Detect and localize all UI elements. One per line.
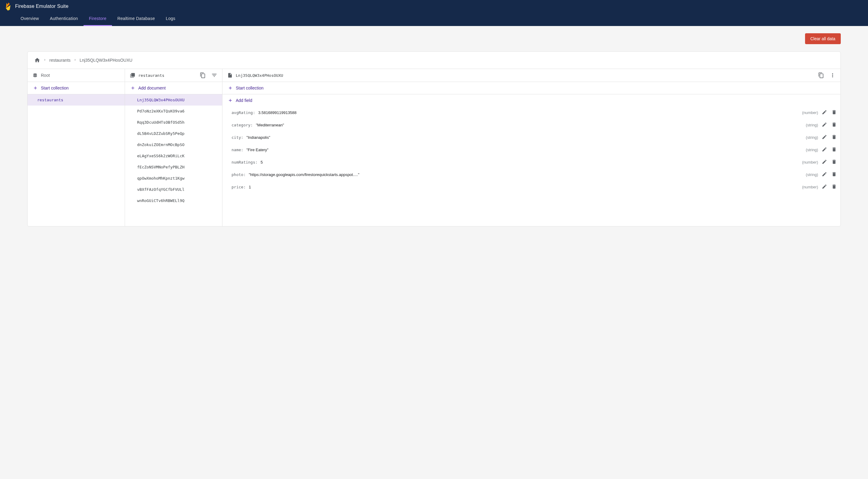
fields-list: avgRating:3.5816899119913588(number)cate… bbox=[222, 106, 840, 193]
field-key: avgRating: bbox=[231, 110, 255, 115]
tab-logs[interactable]: Logs bbox=[160, 12, 181, 26]
start-collection-label: Start collection bbox=[41, 85, 69, 91]
fields-column-header: Lnj35QLQW3x4PHosOUXU bbox=[222, 69, 840, 82]
collection-icon bbox=[130, 73, 135, 78]
copy-icon[interactable] bbox=[200, 72, 206, 78]
documents-column: restaurants Add document Lnj35QLQW3x4PHo… bbox=[125, 69, 222, 226]
field-type: (string) bbox=[806, 123, 820, 127]
field-value: "https://storage.googleapis.com/firestor… bbox=[249, 172, 804, 177]
root-column: Root Start collection restaurants bbox=[28, 69, 125, 226]
field-row: price:1(number) bbox=[222, 181, 840, 193]
collections-list: restaurants bbox=[28, 94, 125, 106]
edit-icon[interactable] bbox=[822, 171, 827, 178]
tab-firestore[interactable]: Firestore bbox=[84, 12, 112, 26]
collection-item[interactable]: restaurants bbox=[28, 94, 125, 106]
field-type: (string) bbox=[806, 147, 820, 152]
delete-icon[interactable] bbox=[831, 147, 837, 153]
copy-icon[interactable] bbox=[818, 72, 824, 78]
plus-icon bbox=[228, 98, 233, 103]
filter-icon[interactable] bbox=[211, 72, 217, 78]
firestore-panel: restaurants Lnj35QLQW3x4PHosOUXU Root St… bbox=[27, 52, 841, 227]
document-item[interactable]: eLAgYxeSS6k2zWORiLcK bbox=[125, 150, 222, 162]
root-column-header: Root bbox=[28, 69, 125, 82]
document-item[interactable]: vBXfFAzOfqYGCfbFVULl bbox=[125, 184, 222, 195]
delete-icon[interactable] bbox=[831, 134, 837, 141]
delete-icon[interactable] bbox=[831, 122, 837, 128]
edit-icon[interactable] bbox=[822, 109, 827, 116]
app-title: Firebase Emulator Suite bbox=[15, 4, 68, 9]
field-actions bbox=[822, 159, 837, 165]
breadcrumb-collection[interactable]: restaurants bbox=[49, 58, 70, 63]
tab-realtime-database[interactable]: Realtime Database bbox=[112, 12, 160, 26]
field-value: "Indianapolis" bbox=[246, 135, 804, 140]
field-actions bbox=[822, 134, 837, 141]
plus-icon bbox=[228, 85, 233, 91]
field-type: (string) bbox=[806, 135, 820, 140]
fields-column: Lnj35QLQW3x4PHosOUXU Start collection Ad… bbox=[222, 69, 840, 226]
tab-authentication[interactable]: Authentication bbox=[44, 12, 84, 26]
field-row: name:"Fire Eatery"(string) bbox=[222, 144, 840, 156]
add-document-label: Add document bbox=[138, 85, 165, 91]
edit-icon[interactable] bbox=[822, 184, 827, 190]
collection-name: restaurants bbox=[138, 73, 164, 78]
plus-icon bbox=[130, 85, 135, 91]
clear-all-data-button[interactable]: Clear all data bbox=[805, 33, 841, 44]
home-icon[interactable] bbox=[34, 57, 40, 63]
field-key: city: bbox=[231, 135, 243, 140]
field-type: (number) bbox=[802, 110, 820, 115]
document-item[interactable]: fEcZoNSVMNoPefyPBLZH bbox=[125, 162, 222, 173]
field-value: 5 bbox=[260, 160, 800, 165]
field-actions bbox=[822, 122, 837, 128]
edit-icon[interactable] bbox=[822, 159, 827, 165]
field-actions bbox=[822, 147, 837, 153]
start-subcollection-label: Start collection bbox=[236, 85, 264, 91]
field-row: photo:"https://storage.googleapis.com/fi… bbox=[222, 168, 840, 181]
more-vert-icon[interactable] bbox=[830, 72, 836, 78]
field-value: "Mediterranean" bbox=[256, 123, 804, 127]
document-item[interactable]: dnZokuiZOEmrnMOcBpSO bbox=[125, 139, 222, 150]
start-collection-button[interactable]: Start collection bbox=[28, 82, 125, 94]
field-type: (string) bbox=[806, 172, 820, 177]
app-header: Firebase Emulator Suite OverviewAuthenti… bbox=[0, 0, 868, 26]
start-subcollection-button[interactable]: Start collection bbox=[222, 82, 840, 94]
toolbar: Clear all data bbox=[0, 26, 868, 47]
root-label: Root bbox=[41, 73, 50, 78]
field-row: numRatings:5(number) bbox=[222, 156, 840, 168]
database-icon bbox=[32, 73, 38, 78]
delete-icon[interactable] bbox=[831, 171, 837, 178]
field-key: price: bbox=[231, 185, 246, 189]
field-value: 1 bbox=[249, 185, 800, 189]
chevron-right-icon bbox=[73, 58, 76, 63]
document-id: Lnj35QLQW3x4PHosOUXU bbox=[236, 73, 283, 78]
field-row: city:"Indianapolis"(string) bbox=[222, 131, 840, 144]
field-key: photo: bbox=[231, 172, 246, 177]
document-item[interactable]: dL5B4vLDZZubSRy5PeQp bbox=[125, 128, 222, 139]
field-key: category: bbox=[231, 123, 253, 127]
tab-overview[interactable]: Overview bbox=[15, 12, 44, 26]
field-row: category:"Mediterranean"(string) bbox=[222, 119, 840, 131]
document-item[interactable]: qpOwXmohoMhKpnzt1Kgw bbox=[125, 173, 222, 184]
breadcrumb: restaurants Lnj35QLQW3x4PHosOUXU bbox=[28, 52, 840, 69]
field-row: avgRating:3.5816899119913588(number) bbox=[222, 106, 840, 119]
field-key: numRatings: bbox=[231, 160, 257, 165]
documents-list: Lnj35QLQW3x4PHosOUXUPd7oNz2eXKxTQsKO9va6… bbox=[125, 94, 222, 206]
document-item[interactable]: wnRoGUiCTv6hRBWELl9Q bbox=[125, 195, 222, 206]
delete-icon[interactable] bbox=[831, 109, 837, 116]
field-actions bbox=[822, 171, 837, 178]
add-document-button[interactable]: Add document bbox=[125, 82, 222, 94]
breadcrumb-document[interactable]: Lnj35QLQW3x4PHosOUXU bbox=[80, 58, 132, 63]
field-value: "Fire Eatery" bbox=[246, 147, 804, 152]
document-item[interactable]: Rqq3DcuUdHTsOBfOSd5h bbox=[125, 117, 222, 128]
documents-column-header: restaurants bbox=[125, 69, 222, 82]
edit-icon[interactable] bbox=[822, 147, 827, 153]
delete-icon[interactable] bbox=[831, 184, 837, 190]
document-item[interactable]: Lnj35QLQW3x4PHosOUXU bbox=[125, 94, 222, 106]
edit-icon[interactable] bbox=[822, 122, 827, 128]
edit-icon[interactable] bbox=[822, 134, 827, 141]
delete-icon[interactable] bbox=[831, 159, 837, 165]
document-icon bbox=[227, 73, 233, 78]
add-field-button[interactable]: Add field bbox=[222, 94, 840, 106]
field-type: (number) bbox=[802, 160, 820, 165]
document-item[interactable]: Pd7oNz2eXKxTQsKO9va6 bbox=[125, 106, 222, 117]
field-key: name: bbox=[231, 147, 243, 152]
